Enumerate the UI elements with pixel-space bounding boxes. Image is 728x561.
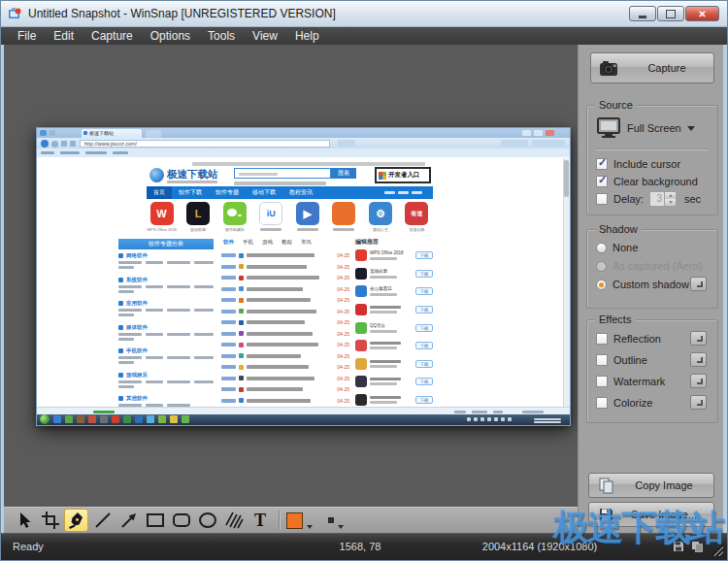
include-cursor-option[interactable]: Include cursor — [596, 158, 680, 170]
status-text: Ready — [13, 541, 44, 552]
colorize-checkbox[interactable] — [596, 397, 608, 409]
outline-settings-button[interactable] — [690, 352, 707, 367]
clear-background-option[interactable]: Clear background — [596, 176, 698, 187]
app-item: L英雄联盟 — [182, 202, 215, 232]
menu-capture[interactable]: Capture — [83, 28, 142, 44]
copy-image-button[interactable]: Copy Image — [588, 473, 714, 498]
delay-unit-label: sec — [684, 193, 701, 205]
category-section: 游戏娱乐 — [118, 372, 214, 388]
ellipse-tool[interactable] — [195, 509, 219, 532]
color-swatch[interactable] — [286, 512, 303, 529]
source-group: Source Full Screen Include cursor Clear … — [586, 105, 718, 215]
delay-option[interactable]: Delay: — [596, 193, 644, 205]
download-button: 下载 — [415, 360, 433, 368]
delay-spinner[interactable]: 3 — [649, 191, 677, 207]
menu-view[interactable]: View — [244, 28, 286, 44]
minimize-button[interactable] — [629, 6, 656, 21]
capture-button[interactable]: Capture — [590, 52, 714, 83]
bar — [454, 411, 466, 413]
maximize-button[interactable] — [657, 6, 684, 21]
recommended-item: 下载 — [355, 393, 433, 407]
crop-tool[interactable] — [38, 509, 62, 532]
watermark-label: Watermark — [613, 376, 665, 387]
clear-background-checkbox[interactable] — [596, 176, 608, 187]
favicon — [83, 131, 87, 135]
url-text: http://www.jisuxz.com/ — [84, 141, 137, 148]
colorize-settings-button[interactable] — [690, 395, 707, 410]
shadow-aero-option[interactable]: As captured (Aero) — [596, 260, 702, 272]
copy-image-label: Copy Image — [614, 479, 713, 491]
download-button: 下载 — [415, 270, 433, 278]
shadow-group: Shadow None As captured (Aero) Custom sh… — [586, 229, 718, 309]
select-tool[interactable] — [12, 509, 36, 532]
save-image-button[interactable]: Save Image... — [588, 502, 714, 527]
bar — [41, 151, 54, 154]
spinner-up-icon[interactable] — [665, 192, 676, 199]
shadow-none-option[interactable]: None — [596, 242, 638, 253]
rounded-rect-tool[interactable] — [169, 509, 193, 532]
bar — [532, 140, 565, 147]
sidebar-title: 软件专题分类 — [118, 239, 214, 249]
app-item: ▶ — [291, 202, 323, 232]
reflection-checkbox[interactable] — [596, 333, 608, 345]
highlight-tool[interactable] — [221, 509, 246, 532]
line-tool[interactable] — [90, 509, 115, 532]
captured-screenshot[interactable]: 极速下载站 http://www.jisuxz.com/ — [37, 128, 570, 425]
app-label: 微信电脑版 — [225, 227, 245, 232]
menu-file[interactable]: File — [9, 28, 45, 44]
reflection-settings-button[interactable] — [690, 331, 707, 346]
lol-icon: L — [186, 202, 210, 225]
status-copy-icon[interactable] — [691, 541, 704, 552]
player-icon: ▶ — [296, 202, 319, 225]
list-item: 04-25 — [221, 286, 349, 292]
refresh-icon — [61, 141, 67, 147]
shadow-custom-option[interactable]: Custom shadow — [596, 279, 689, 290]
delay-checkbox[interactable] — [596, 193, 608, 205]
status-save-icon[interactable] — [673, 541, 684, 552]
menu-edit[interactable]: Edit — [45, 28, 83, 44]
toolbar-separator — [279, 511, 280, 530]
shadow-none-radio[interactable] — [596, 243, 607, 253]
site-logo-icon — [149, 168, 164, 182]
reflection-option[interactable]: Reflection — [596, 333, 661, 345]
outline-checkbox[interactable] — [596, 354, 608, 366]
menu-tools[interactable]: Tools — [199, 28, 244, 44]
menu-options[interactable]: Options — [142, 28, 199, 44]
outline-option[interactable]: Outline — [596, 354, 647, 366]
shadow-settings-button[interactable] — [690, 277, 707, 291]
rectangle-tool[interactable] — [143, 509, 167, 532]
site-nav: 首页 软件下载 软件专题 移动下载 教程资讯 — [147, 186, 433, 199]
app-label: WPS Office 2018 — [147, 227, 177, 232]
line-width-selector[interactable] — [328, 517, 334, 523]
close-button[interactable]: ✕ — [685, 6, 719, 21]
title-bar[interactable]: Untitled Snapshot - WinSnap [UNREGISTERE… — [1, 1, 727, 27]
menu-help[interactable]: Help — [286, 28, 328, 44]
editor-canvas[interactable]: 极速下载站 http://www.jisuxz.com/ — [4, 45, 578, 507]
pen-tool[interactable] — [64, 509, 88, 532]
include-cursor-checkbox[interactable] — [596, 158, 608, 170]
watermark-option[interactable]: Watermark — [596, 376, 665, 387]
watermark-checkbox[interactable] — [596, 376, 608, 387]
colorize-option[interactable]: Colorize — [596, 397, 652, 409]
bar — [192, 162, 425, 166]
watermark-settings-button[interactable] — [690, 374, 707, 388]
shadow-aero-radio[interactable] — [596, 261, 607, 272]
list-item: 04-25 — [221, 398, 349, 404]
bar — [522, 130, 531, 136]
arrow-tool[interactable] — [116, 509, 141, 532]
shadow-custom-radio[interactable] — [596, 280, 607, 290]
width-dropdown-icon[interactable] — [338, 525, 344, 529]
app-label: 有道词典 — [409, 227, 424, 232]
download-button: 下载 — [415, 287, 433, 295]
nav-item: 软件专题 — [209, 186, 246, 199]
recommended-list: WPS Office 2018下载 英雄联盟下载 金山毒霸11下载 下载 QQ音… — [355, 248, 433, 407]
copy-icon — [598, 478, 614, 494]
app-label — [297, 228, 318, 231]
rounded-rect-icon — [172, 511, 191, 530]
text-tool[interactable]: T — [248, 509, 272, 532]
spinner-down-icon[interactable] — [665, 199, 676, 206]
resize-grip[interactable] — [711, 544, 723, 556]
color-dropdown-icon[interactable] — [307, 525, 313, 529]
source-mode-dropdown[interactable]: Full Screen — [596, 117, 699, 139]
list-item: 04-25 — [221, 353, 349, 359]
